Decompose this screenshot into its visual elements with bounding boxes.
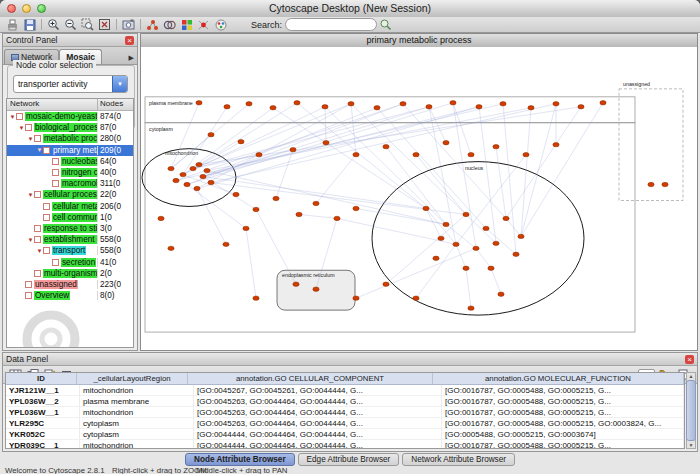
- network-edge[interactable]: [316, 155, 356, 204]
- tab-node-attribute-browser[interactable]: Node Attribute Browser: [185, 453, 295, 466]
- scrollbar-thumb[interactable]: [686, 380, 696, 441]
- network-edge[interactable]: [207, 108, 531, 171]
- network-node[interactable]: [253, 296, 259, 300]
- network-edge[interactable]: [176, 104, 403, 181]
- network-node[interactable]: [518, 234, 524, 238]
- table-row[interactable]: YJR121W__1mitochondrion[GO:0045267, GO:0…: [6, 385, 684, 396]
- expand-arrow-icon[interactable]: ▼: [36, 248, 43, 254]
- network-node[interactable]: [463, 266, 469, 270]
- network-node[interactable]: [322, 105, 328, 109]
- network-node[interactable]: [223, 242, 229, 246]
- column-header[interactable]: ID: [6, 373, 77, 384]
- column-header-network[interactable]: Network: [7, 99, 98, 110]
- network-node[interactable]: [180, 172, 186, 176]
- network-node[interactable]: [400, 102, 406, 106]
- network-node[interactable]: [500, 102, 506, 106]
- network-node[interactable]: [334, 216, 340, 220]
- network-node[interactable]: [528, 106, 534, 110]
- network-node[interactable]: [353, 152, 359, 156]
- network-node[interactable]: [600, 101, 606, 105]
- network-node[interactable]: [353, 296, 359, 300]
- tree-item[interactable]: nitrogen compo...40(0: [7, 167, 133, 178]
- control-panel-close-icon[interactable]: ×: [125, 36, 134, 45]
- search-options-icon[interactable]: [377, 18, 394, 32]
- network-node[interactable]: [233, 192, 239, 196]
- tree-item[interactable]: Overview8(0): [7, 290, 133, 301]
- tree-item[interactable]: macromolecule...311(0: [7, 178, 133, 189]
- expand-arrow-icon[interactable]: ▼: [27, 237, 34, 243]
- tree-item[interactable]: unassigned223(0: [7, 279, 133, 290]
- network-edge[interactable]: [351, 104, 356, 155]
- tree-item[interactable]: ▼metabolic process280(0: [7, 133, 133, 144]
- network-node[interactable]: [374, 106, 380, 110]
- network-node[interactable]: [208, 180, 214, 184]
- network-node[interactable]: [323, 140, 329, 144]
- network-node[interactable]: [293, 282, 299, 286]
- tree-item[interactable]: ▼establishment of lo...558(0: [7, 234, 133, 245]
- network-node[interactable]: [468, 306, 474, 310]
- tree-item[interactable]: ▼cellular process22(0: [7, 189, 133, 200]
- network-node[interactable]: [413, 152, 419, 156]
- network-canvas[interactable]: plasma membranecytoplasmmitochondrionnuc…: [141, 47, 697, 350]
- network-node[interactable]: [453, 242, 459, 246]
- network-node[interactable]: [168, 166, 174, 170]
- network-node[interactable]: [208, 133, 214, 137]
- table-row[interactable]: YPL036W__2plasma membrane[GO:0045263, GO…: [6, 396, 684, 407]
- snapshot-icon[interactable]: [120, 18, 137, 32]
- network-edge[interactable]: [486, 228, 516, 254]
- network-node[interactable]: [383, 144, 389, 148]
- expand-arrow-icon[interactable]: ▼: [9, 114, 16, 120]
- column-header[interactable]: _cellularLayoutRegion: [77, 373, 188, 384]
- network-node[interactable]: [270, 106, 276, 110]
- tree-item[interactable]: nucleobase...64(0: [7, 156, 133, 167]
- network-node[interactable]: [648, 182, 654, 186]
- network-edge[interactable]: [197, 104, 351, 189]
- tree-item[interactable]: response to stimu...3(0: [7, 223, 133, 234]
- mosaic-grid-icon[interactable]: [178, 18, 195, 32]
- network-view-titlebar[interactable]: primary metabolic process: [141, 34, 697, 48]
- network-edge[interactable]: [506, 218, 521, 236]
- network-edge[interactable]: [476, 248, 491, 268]
- first-neighbors-icon[interactable]: [144, 18, 161, 32]
- table-row[interactable]: YDR039C__1mitochondrion[GO:0044444, GO:0…: [6, 440, 684, 449]
- network-node[interactable]: [348, 102, 354, 106]
- network-node[interactable]: [173, 178, 179, 182]
- table-row[interactable]: YPL036W__1mitochondrion[GO:0045263, GO:0…: [6, 407, 684, 418]
- node-color-dropdown[interactable]: transporter activity ▼: [13, 75, 128, 93]
- tree-item[interactable]: cellular metabo...206(0: [7, 201, 133, 212]
- network-node[interactable]: [578, 105, 584, 109]
- tree-item[interactable]: cell communica...1(0: [7, 212, 133, 223]
- network-node[interactable]: [294, 101, 300, 105]
- network-node[interactable]: [253, 207, 259, 211]
- tab-edge-attribute-browser[interactable]: Edge Attribute Browser: [298, 453, 400, 466]
- network-node[interactable]: [413, 296, 419, 300]
- printer-icon[interactable]: [4, 18, 21, 32]
- network-node[interactable]: [553, 142, 559, 146]
- network-node[interactable]: [476, 105, 482, 109]
- network-node[interactable]: [256, 152, 262, 156]
- network-node[interactable]: [204, 168, 210, 172]
- network-node[interactable]: [238, 139, 244, 143]
- network-edge[interactable]: [246, 228, 256, 298]
- scroll-up-icon[interactable]: ▲: [689, 373, 694, 379]
- network-edge[interactable]: [466, 214, 496, 243]
- data-panel-close-icon[interactable]: ×: [685, 355, 694, 364]
- expand-arrow-icon[interactable]: ▼: [27, 136, 34, 142]
- expand-arrow-icon[interactable]: ▼: [27, 192, 34, 198]
- network-node[interactable]: [443, 140, 449, 144]
- network-edge[interactable]: [193, 107, 429, 169]
- tree-item[interactable]: ▼mosaic-demo-yeast874(0: [7, 111, 133, 122]
- annotation-icon[interactable]: [195, 18, 212, 32]
- scroll-down-icon[interactable]: ▼: [689, 442, 694, 448]
- column-header[interactable]: annotation.GO CELLULAR_COMPONENT: [188, 373, 433, 384]
- network-edge[interactable]: [503, 104, 516, 255]
- network-node[interactable]: [443, 222, 449, 226]
- network-node[interactable]: [493, 144, 499, 148]
- network-node[interactable]: [493, 241, 499, 245]
- network-edge[interactable]: [453, 103, 471, 155]
- tab-scroll-right-icon[interactable]: ▶: [129, 54, 136, 64]
- network-node[interactable]: [194, 186, 200, 190]
- network-edge[interactable]: [506, 107, 581, 219]
- network-node[interactable]: [184, 182, 190, 186]
- network-node[interactable]: [296, 212, 302, 216]
